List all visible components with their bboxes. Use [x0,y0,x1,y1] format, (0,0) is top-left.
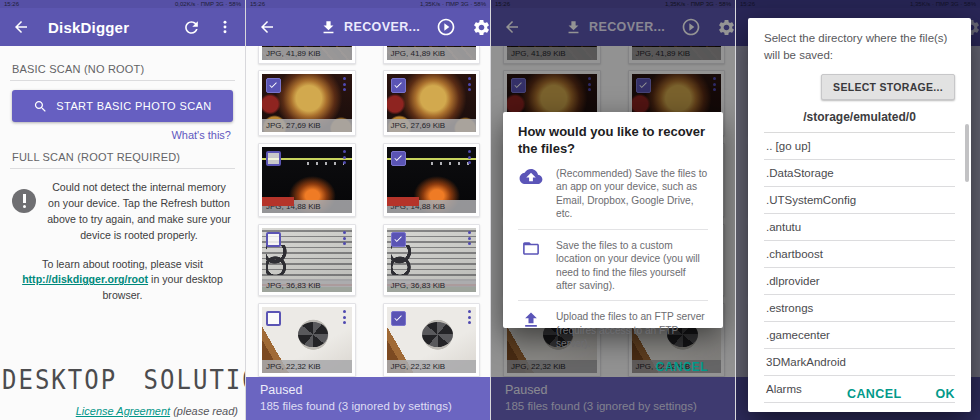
file-size-label: JPG, 36,83 KiB [262,279,352,292]
status-time: 15:26 [4,0,19,8]
status-time: 15:26 [250,0,265,8]
select-storage-button[interactable]: SELECT STORAGE... [821,74,955,100]
recover-button[interactable]: RECOVER... [320,19,420,36]
desktop-solution-watermark: DESKTOP SOLUTION [2,365,245,396]
directory-item[interactable]: .gamecenter [764,322,955,349]
photo-thumbnail: JPG, 14,88 KiB [262,147,352,213]
card-menu-icon[interactable] [464,77,474,91]
diskdigger-root-link[interactable]: http://diskdigger.org/root [22,273,148,285]
directory-item[interactable]: .antutu [764,214,955,241]
photo-thumbnail: JPG, 27,69 KiB [262,74,352,132]
recover-toolbar: RECOVER... [246,8,490,46]
recover-dialog: How would you like to recover the files?… [503,112,723,328]
card-menu-icon[interactable] [464,310,474,324]
scrollbar[interactable] [965,124,969,182]
photo-thumbnail: JPG, 14,88 KiB [387,147,477,213]
photo-row: JPG, 22,32 KiBJPG, 22,32 KiB [258,303,480,377]
recover-options: (Recommended) Save the files to an app o… [518,167,708,351]
photo-card[interactable]: JPG, 22,32 KiB [383,303,481,377]
file-size-label: JPG, 36,83 KiB [387,279,477,292]
main-content: BASIC SCAN (NO ROOT) START BASIC PHOTO S… [0,46,245,304]
thumbnail-checkbox[interactable] [391,151,406,166]
error-exclamation-icon [12,189,36,213]
photo-thumbnail: JPG, 36,83 KiB [387,228,477,292]
thumbnail-checkbox[interactable] [391,232,406,247]
overflow-menu-icon[interactable] [217,18,233,36]
card-menu-icon[interactable] [340,310,350,324]
photo-card[interactable]: JPG, 36,83 KiB [258,224,356,296]
photo-thumbnail: JPG, 36,83 KiB [262,228,352,292]
folder-icon [518,239,544,258]
settings-gear-icon[interactable] [472,18,490,37]
file-size-label: JPG, 22,32 KiB [387,360,477,373]
directory-item[interactable]: .estrongs [764,295,955,322]
ok-button[interactable]: OK [935,387,955,401]
directory-item[interactable]: .. [go up] [764,133,955,160]
recover-option[interactable]: Save the files to a custom location on y… [518,239,708,293]
card-menu-icon[interactable] [340,231,350,245]
back-icon[interactable] [12,18,30,36]
file-size-label: JPG, 22,32 KiB [262,360,352,373]
start-basic-scan-button[interactable]: START BASIC PHOTO SCAN [12,90,233,122]
photo-card[interactable]: JPG, 27,69 KiB [258,70,356,136]
cancel-button[interactable]: CANCEL [518,360,708,374]
photo-grid: JPG, 41,89 KiBJPG, 41,89 KiBJPG, 27,69 K… [246,46,490,377]
directory-dialog: Select the directory where the file(s) w… [748,18,971,412]
refresh-icon[interactable] [182,18,201,37]
diskdigger-screenshot-collage: 15:26 0,02K/s · ПМР 3G · 58% DiskDigger … [0,0,980,420]
thumbnail-checkbox[interactable] [391,78,406,93]
photo-card[interactable]: JPG, 14,88 KiB [258,143,356,217]
photo-card[interactable]: JPG, 14,88 KiB [383,143,481,217]
photo-card[interactable]: JPG, 41,89 KiB [383,46,481,64]
status-indicators: 0,02K/s · ПМР 3G · 58% [175,0,241,8]
app-toolbar: DiskDigger [0,8,245,46]
start-basic-scan-label: START BASIC PHOTO SCAN [56,100,211,112]
scan-status-bar: Paused 185 files found (3 ignored by set… [246,377,490,420]
card-menu-icon[interactable] [464,231,474,245]
panel-recover-dialog: 15:26 1,35K/s · ПМР 3G · 58% RECOVER... … [490,0,735,420]
file-size-label: JPG, 27,69 KiB [387,119,477,132]
cancel-button[interactable]: CANCEL [847,387,901,401]
thumbnail-checkbox[interactable] [391,311,406,326]
file-size-label: JPG, 41,89 KiB [262,47,352,60]
recover-option[interactable]: (Recommended) Save the files to an app o… [518,167,708,221]
photo-thumbnail: JPG, 41,89 KiB [262,46,352,60]
thumbnail-checkbox[interactable] [266,232,281,247]
photo-row: JPG, 14,88 KiBJPG, 14,88 KiB [258,143,480,217]
directory-item[interactable]: .dlprovider [764,268,955,295]
search-icon [33,99,48,114]
directory-item[interactable]: .chartboost [764,241,955,268]
resume-scan-icon[interactable] [436,17,456,37]
card-menu-icon[interactable] [340,77,350,91]
scan-state-label: Paused [260,383,490,397]
divider [10,168,235,169]
directory-item[interactable]: .DataStorage [764,160,955,187]
license-agreement-link[interactable]: License Agreement [76,405,170,417]
photo-thumbnail: JPG, 22,32 KiB [262,307,352,373]
directory-item[interactable]: 3DMarkAndroid [764,349,955,376]
recover-option[interactable]: Upload the files to an FTP server (requi… [518,310,708,350]
files-found-label: 185 files found (3 ignored by settings) [260,400,490,412]
whats-this-link[interactable]: What's this? [171,129,231,141]
app-title: DiskDigger [48,19,129,36]
photo-card[interactable]: JPG, 22,32 KiB [258,303,356,377]
back-icon[interactable] [258,18,276,36]
current-path: /storage/emulated/0 [764,110,955,124]
card-menu-icon[interactable] [340,150,350,164]
photo-card[interactable]: JPG, 36,83 KiB [383,224,481,296]
thumbnail-checkbox[interactable] [266,78,281,93]
cloud-upload-icon [518,167,544,186]
thumbnail-checkbox[interactable] [266,311,281,326]
directory-item[interactable]: .UTSystemConfig [764,187,955,214]
photo-row: JPG, 41,89 KiBJPG, 41,89 KiB [258,46,480,64]
card-menu-icon[interactable] [464,150,474,164]
recover-label: RECOVER... [344,20,420,34]
photo-row: JPG, 27,69 KiBJPG, 27,69 KiB [258,70,480,136]
photo-thumbnail: JPG, 41,89 KiB [387,46,477,60]
photo-card[interactable]: JPG, 41,89 KiB [258,46,356,64]
status-bar: 15:26 0,02K/s · ПМР 3G · 58% [0,0,245,8]
directory-prompt: Select the directory where the file(s) w… [764,30,955,65]
thumbnail-checkbox[interactable] [266,151,281,166]
photo-card[interactable]: JPG, 27,69 KiB [383,70,481,136]
photo-row: JPG, 36,83 KiBJPG, 36,83 KiB [258,224,480,296]
